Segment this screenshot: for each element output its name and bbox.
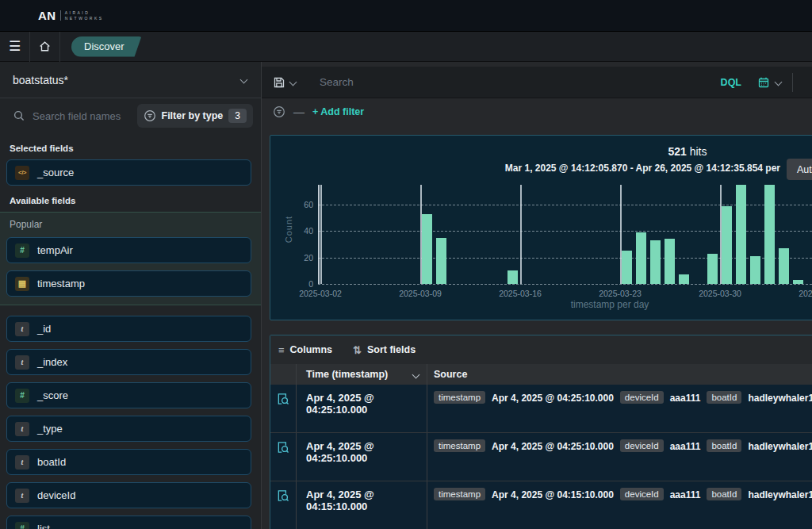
field-item-tempAir[interactable]: # tempAir	[6, 237, 251, 263]
logo-text: AN	[38, 9, 56, 22]
histogram-bar[interactable]	[422, 214, 432, 284]
field-name: timestamp	[37, 278, 85, 289]
field-item-boatId[interactable]: t boatId	[6, 449, 251, 475]
histogram-bar[interactable]	[665, 239, 675, 284]
histogram-bar[interactable]	[736, 185, 746, 284]
sort-icon: ⇅	[353, 344, 362, 356]
histogram-bar[interactable]	[508, 270, 518, 284]
tab-discover[interactable]: Discover	[71, 36, 142, 57]
number-icon: #	[15, 522, 29, 529]
x-tick-label: 2025-04-06	[792, 289, 812, 298]
histogram-bar[interactable]	[650, 240, 661, 284]
available-fields-list: t _id t _index # _score t _type t boatId…	[0, 316, 261, 529]
number-icon: #	[15, 389, 29, 403]
popular-fields-list: # tempAir ▦ timestamp	[0, 237, 261, 297]
filter-icon	[144, 109, 156, 122]
histogram-bar[interactable]	[622, 251, 632, 284]
available-fields-label: Available fields	[10, 196, 261, 205]
minus-icon: —	[293, 105, 304, 118]
field-item-timestamp[interactable]: ▦ timestamp	[6, 270, 251, 297]
field-name: _source	[37, 167, 74, 178]
field-item-_score[interactable]: # _score	[6, 382, 251, 408]
app-header: AN AIRAID NETWORKS	[0, 0, 812, 32]
table-header-row: Time (timestamp) Source	[270, 364, 812, 385]
x-tick-label: 2025-03-02	[293, 289, 348, 298]
nav-bar: ☰ Discover	[0, 32, 812, 62]
main-content: Search DQL — + Add filter 521 hits Mar 1…	[262, 62, 812, 529]
filter-settings-icon[interactable]	[273, 105, 285, 118]
field-name: _score	[37, 389, 68, 401]
date-picker-button[interactable]	[757, 76, 781, 89]
histogram-bar[interactable]	[750, 256, 760, 284]
header-time-column[interactable]: Time (timestamp)	[297, 364, 427, 385]
number-icon: #	[15, 243, 29, 258]
histogram-bar[interactable]	[779, 248, 789, 284]
menu-button[interactable]: ☰	[0, 32, 30, 62]
histogram-bar[interactable]	[722, 206, 732, 284]
expand-document-button[interactable]	[270, 385, 297, 432]
chevron-down-icon	[240, 76, 248, 84]
selected-fields-label: Selected fields	[10, 144, 261, 153]
query-language-button[interactable]: DQL	[721, 77, 741, 88]
field-name: deviceId	[37, 489, 75, 501]
saved-query-button[interactable]	[273, 76, 296, 89]
histogram-plot: 02040602025-03-022025-03-092025-03-16202…	[270, 136, 812, 320]
field-item-_index[interactable]: t _index	[6, 349, 251, 375]
expand-document-button[interactable]	[270, 481, 297, 529]
row-time-cell: Apr 4, 2025 @ 04:25:10.000	[297, 433, 427, 481]
field-item-_id[interactable]: t _id	[6, 316, 251, 342]
home-button[interactable]	[30, 32, 60, 62]
table-body: Apr 4, 2025 @ 04:25:10.000 timestampApr …	[270, 385, 812, 529]
sidebar: boatstatus* Search field names Filter by…	[0, 62, 262, 529]
filter-by-type-button[interactable]: Filter by type 3	[137, 104, 253, 128]
columns-icon: ≡	[278, 344, 285, 356]
source-icon: </>	[15, 166, 29, 180]
chevron-down-icon	[289, 79, 297, 86]
y-axis-line	[318, 185, 320, 284]
source-field-badge: timestamp	[434, 488, 485, 500]
histogram-bar[interactable]	[679, 274, 689, 284]
row-source-cell: timestampApr 4, 2025 @ 04:25:10.000devic…	[427, 433, 812, 481]
index-pattern-selector[interactable]: boatstatus*	[0, 62, 261, 98]
field-item-list[interactable]: # list	[6, 516, 251, 529]
x-gridline	[320, 185, 322, 284]
x-tick-label: 2025-03-16	[492, 289, 548, 298]
histogram-bar[interactable]	[793, 280, 803, 284]
field-name: boatId	[37, 456, 66, 468]
x-gridline	[520, 185, 522, 284]
add-filter-button[interactable]: + Add filter	[312, 106, 364, 117]
string-icon: t	[15, 355, 29, 370]
field-search-input[interactable]: Search field names	[33, 110, 130, 122]
search-icon	[13, 109, 25, 122]
source-field-value: hadleywhaler13	[748, 439, 812, 452]
popular-label: Popular	[10, 219, 261, 230]
sort-fields-button[interactable]: ⇅ Sort fields	[353, 344, 416, 356]
field-name: tempAir	[37, 244, 73, 256]
save-icon	[273, 76, 285, 89]
source-field-value: Apr 4, 2025 @ 04:25:10.000	[492, 391, 614, 404]
source-field-value: hadleywhaler13	[748, 391, 812, 404]
histogram-bar[interactable]	[436, 238, 446, 284]
expand-document-button[interactable]	[270, 433, 297, 481]
histogram-bar[interactable]	[764, 185, 775, 284]
columns-button[interactable]: ≡ Columns	[278, 344, 332, 356]
index-pattern-name: boatstatus*	[13, 74, 241, 86]
histogram-bar[interactable]	[707, 254, 718, 284]
table-row: Apr 4, 2025 @ 04:15:10.000 timestampApr …	[270, 481, 812, 529]
y-gridline	[318, 284, 812, 285]
field-item-_source[interactable]: </> _source	[6, 159, 251, 186]
source-field-badge: boatId	[707, 488, 741, 500]
x-tick-label: 2025-03-23	[592, 289, 648, 298]
string-icon: t	[15, 455, 29, 470]
field-item-_type[interactable]: t _type	[6, 416, 251, 442]
selected-fields-list: </> _source	[0, 159, 261, 186]
source-field-value: aaa111	[670, 488, 701, 500]
source-field-badge: timestamp	[434, 391, 485, 404]
string-icon: t	[15, 422, 29, 436]
inspect-document-icon	[276, 392, 290, 406]
search-input[interactable]: Search	[320, 76, 721, 88]
field-item-deviceId[interactable]: t deviceId	[6, 482, 251, 508]
histogram-bar[interactable]	[636, 232, 646, 284]
documents-table-panel: ≡ Columns ⇅ Sort fields Time (timestamp)…	[270, 335, 812, 529]
filter-bar: — + Add filter	[262, 98, 364, 125]
